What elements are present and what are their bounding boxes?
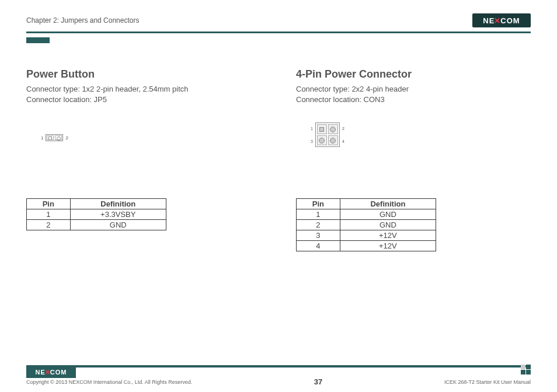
main-content: Power Button Connector type: 1x2 2-pin h… [26,68,531,251]
table-row: 1 +3.3VSBY [27,209,166,220]
connector-type-text: Connector type: 2x2 4-pin header [296,84,531,94]
pin1-square-icon [47,135,54,140]
pin-label-1: 1 [311,127,314,131]
cell-pin: 2 [297,220,340,230]
copyright-text: Copyright © 2013 NEXCOM International Co… [26,379,192,385]
four-pin-diagram: 1 2 3 4 [296,123,531,181]
footer-rule [26,365,531,368]
header-rule [26,32,531,33]
connector-location-text: Connector location: JP5 [26,94,261,105]
table-row: 3 +12V [297,230,436,241]
pin2-circle-icon [328,124,338,134]
pin2-circle-icon [55,135,62,140]
pin4-circle-icon [328,135,338,145]
cell-pin: 2 [27,220,71,230]
pin-label-4: 4 [341,139,344,144]
cell-pin: 1 [27,209,71,220]
connector-grid-icon [315,123,340,147]
doc-title: ICEK 268-T2 Starter Kit User Manual [444,379,531,385]
connector-location-text: Connector location: CON3 [296,94,531,105]
pin-label-1: 1 [41,135,43,141]
cell-def: GND [340,209,436,220]
power-button-diagram: 1 2 [26,123,261,181]
th-pin: Pin [297,199,340,209]
connector-type-text: Connector type: 1x2 2-pin header, 2.54mm… [26,84,261,94]
table-row: 1 GND [297,209,436,220]
footer-text-row: Copyright © 2013 NEXCOM International Co… [26,377,531,386]
brand-logo-top: NE✕COM [472,13,531,27]
pin-label-2: 2 [65,135,68,141]
cell-pin: 3 [297,230,340,241]
pin-label-3: 3 [311,139,314,144]
chapter-title: Chapter 2: Jumpers and Connectors [26,16,139,24]
page-header: Chapter 2: Jumpers and Connectors NE✕COM [26,12,531,29]
table-row: 2 GND [27,220,166,230]
th-definition: Definition [70,199,166,209]
left-column: Power Button Connector type: 1x2 2-pin h… [26,68,261,251]
power-button-pin-table: Pin Definition 1 +3.3VSBY 2 GND [26,198,166,230]
connector-box-icon [46,134,63,141]
pin3-circle-icon [317,135,327,145]
cell-pin: 1 [297,209,340,220]
th-pin: Pin [27,199,71,209]
header-accent-block [26,37,50,43]
right-column: 4-Pin Power Connector Connector type: 2x… [296,68,531,251]
cell-def: +12V [340,230,436,241]
pin1-square-icon [317,124,327,134]
table-row: 4 +12V [297,241,436,251]
th-definition: Definition [340,199,436,209]
pin-label-2: 2 [341,127,344,131]
table-row: 2 GND [297,220,436,230]
cell-pin: 4 [297,241,340,251]
brand-logo-footer: NE✕COM [26,366,76,378]
page-number: 37 [314,377,322,386]
footer-squares-icon [521,365,531,374]
cell-def: GND [340,220,436,230]
cell-def: +3.3VSBY [70,209,166,220]
section-title-power-button: Power Button [26,68,261,80]
cell-def: +12V [340,241,436,251]
section-title-4pin: 4-Pin Power Connector [296,68,531,80]
cell-def: GND [70,220,166,230]
four-pin-table: Pin Definition 1 GND 2 GND 3 +12V [296,198,436,251]
